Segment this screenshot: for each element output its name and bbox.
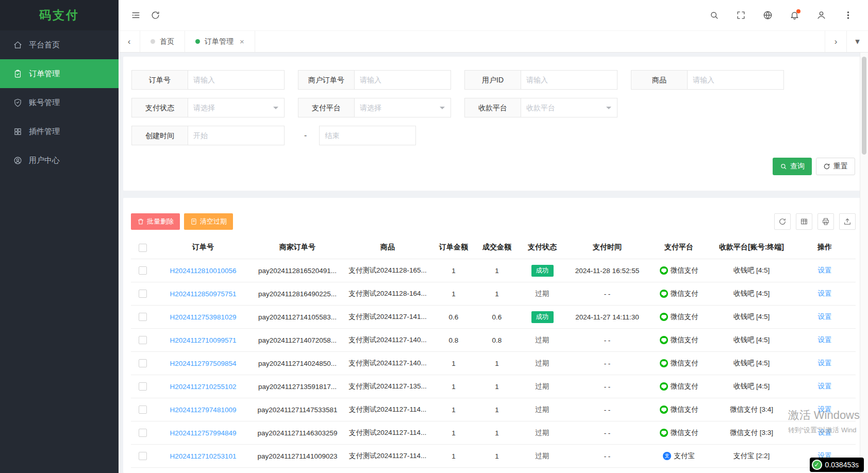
receive-platform-select-input[interactable] (521, 98, 617, 117)
tabs-scroll-left-button[interactable]: ‹ (119, 31, 140, 52)
select-all-checkbox[interactable] (139, 244, 147, 252)
tabs-scroll-right-button[interactable]: › (825, 31, 846, 52)
column-filter-button[interactable] (796, 213, 812, 230)
sidebar-item-user-center[interactable]: 用户中心 (0, 146, 119, 175)
status-badge: 过期 (536, 336, 549, 344)
sidebar-item-label: 插件管理 (29, 127, 60, 137)
row-checkbox[interactable] (139, 313, 147, 321)
end-date-input[interactable] (319, 126, 416, 145)
filter-row-1: 订单号 商户订单号 用户ID 商品 (131, 70, 855, 90)
row-checkbox[interactable] (139, 452, 147, 460)
row-checkbox[interactable] (139, 406, 147, 414)
col-paid-amount: 成交金额 (475, 243, 519, 252)
order-no-link[interactable]: H2024112797481009 (170, 406, 237, 414)
sidebar-item-orders[interactable]: 订单管理 (0, 59, 119, 88)
refresh-icon (151, 10, 160, 20)
tab-label: 首页 (160, 37, 174, 46)
start-date-input[interactable] (188, 126, 285, 145)
tab-close-icon[interactable]: × (240, 37, 244, 46)
order-no-link[interactable]: H2024112757994849 (170, 429, 237, 437)
filter-label: 创建时间 (131, 126, 188, 145)
row-settings-link[interactable]: 设置 (818, 406, 832, 413)
filter-order-no: 订单号 (131, 70, 285, 90)
tab-home[interactable]: 首页 (140, 31, 185, 52)
columns-icon (800, 217, 808, 226)
fullscreen-button[interactable] (731, 6, 750, 25)
sidebar-collapse-button[interactable] (126, 6, 145, 25)
filter-label: 订单号 (131, 70, 188, 90)
search-button-label: 查询 (790, 162, 805, 171)
language-button[interactable] (758, 6, 777, 25)
receiver-platform: 收钱吧 [4:5] (709, 312, 794, 322)
merchant-order-no: pay2024112713591817... (252, 383, 343, 391)
search-submit-button[interactable]: 查询 (773, 158, 812, 175)
pay-platform-select-input[interactable] (354, 98, 451, 117)
row-checkbox[interactable] (139, 290, 147, 298)
order-no-link[interactable]: H2024112797509854 (170, 360, 237, 367)
pay-platform-select[interactable] (355, 98, 451, 117)
print-button[interactable] (817, 213, 834, 230)
row-settings-link[interactable]: 设置 (818, 290, 832, 297)
clear-expired-button[interactable]: 清空过期 (184, 213, 233, 230)
header-actions (704, 6, 858, 25)
sidebar-item-label: 用户中心 (29, 156, 60, 165)
row-settings-link[interactable]: 设置 (818, 382, 832, 390)
row-checkbox[interactable] (139, 359, 147, 367)
sidebar-item-plugins[interactable]: 插件管理 (0, 117, 119, 146)
receive-platform-select[interactable] (521, 98, 617, 117)
payment-platform-label: 支付宝 (674, 451, 695, 461)
tabs-menu-button[interactable]: ▾ (846, 31, 868, 52)
order-no-link[interactable]: H2024112810010056 (170, 267, 237, 275)
export-button[interactable] (839, 213, 856, 230)
more-vertical-icon (843, 10, 853, 20)
merchant-order-no: pay2024112816490225... (252, 290, 343, 298)
notifications-button[interactable] (784, 6, 804, 25)
pay-status-select[interactable] (188, 98, 285, 117)
refresh-icon (778, 217, 787, 226)
order-no-link[interactable]: H2024112710255102 (170, 383, 237, 391)
user-id-input[interactable] (521, 70, 617, 90)
row-checkbox[interactable] (139, 429, 147, 437)
merchant-no-input[interactable] (354, 70, 451, 90)
order-no-link[interactable]: H2024112710099571 (170, 336, 237, 344)
row-checkbox[interactable] (139, 382, 147, 391)
batch-delete-button[interactable]: 批量删除 (131, 213, 180, 230)
product-name: 支付测试20241127-114... (343, 428, 432, 437)
user-menu-button[interactable] (811, 6, 831, 25)
row-settings-link[interactable]: 设置 (818, 359, 832, 367)
pay-status-select-input[interactable] (188, 98, 285, 117)
status-cell: 成功 (519, 265, 566, 277)
table-row: H2024112710253101 pay202411271141009023 … (131, 445, 856, 468)
reset-button[interactable]: 重置 (816, 158, 855, 175)
sidebar-item-accounts[interactable]: 账号管理 (0, 88, 119, 117)
table-refresh-button[interactable] (774, 213, 791, 230)
order-no-link[interactable]: H2024112850975751 (170, 290, 237, 298)
order-no-link[interactable]: H2024112753981029 (170, 313, 237, 321)
row-settings-link[interactable]: 设置 (818, 429, 832, 436)
row-settings-link[interactable]: 设置 (818, 336, 832, 344)
fullscreen-icon (736, 10, 746, 20)
vertical-scrollbar[interactable] (860, 53, 868, 473)
scrollbar-thumb[interactable] (862, 57, 866, 155)
sidebar-item-home[interactable]: 平台首页 (0, 30, 119, 59)
col-order-amount: 订单金额 (432, 243, 475, 252)
top-header (119, 0, 868, 30)
tab-order-management[interactable]: 订单管理 × (185, 31, 255, 52)
notification-dot (796, 9, 800, 13)
row-settings-link[interactable]: 设置 (818, 313, 832, 320)
status-badge: 过期 (536, 290, 549, 297)
product-name: 支付测试20241127-141... (343, 312, 432, 322)
pay-time: - - (566, 452, 648, 460)
order-no-input[interactable] (188, 70, 285, 90)
product-input[interactable] (687, 70, 784, 90)
payment-platform-label: 微信支付 (671, 266, 698, 275)
row-settings-link[interactable]: 设置 (818, 266, 832, 274)
more-menu-button[interactable] (838, 6, 858, 25)
search-button[interactable] (704, 6, 724, 25)
table-row: H2024112757994849 pay202411271146303259 … (131, 421, 856, 445)
row-checkbox[interactable] (139, 266, 147, 275)
order-no-link[interactable]: H2024112710253101 (170, 452, 237, 460)
row-checkbox[interactable] (139, 336, 147, 344)
refresh-page-button[interactable] (145, 6, 165, 25)
pay-time: 2024-11-28 16:52:55 (566, 267, 648, 275)
